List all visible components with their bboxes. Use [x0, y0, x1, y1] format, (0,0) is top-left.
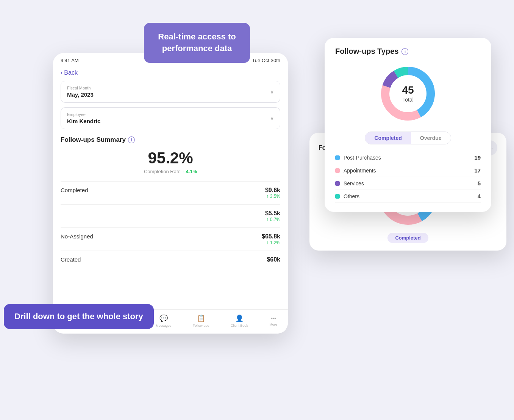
employee-dropdown[interactable]: Employee Kim Kendric ∨	[61, 107, 280, 129]
toggle-overdue[interactable]: Overdue	[411, 132, 451, 144]
tooltip-realtime: Real-time access to performance data	[144, 23, 250, 63]
nav-item-client-book[interactable]: 👤 Client Book	[231, 314, 248, 328]
legend-row-appointments: Appointments 17	[335, 164, 481, 177]
legend-label-services: Services	[344, 180, 364, 186]
tooltip-realtime-text: Real-time access to performance data	[158, 32, 236, 53]
followups-info-icon: i	[402, 48, 408, 55]
chevron-down-icon: ∨	[270, 89, 274, 95]
nav-label-more: More	[269, 323, 277, 326]
back-chevron: ‹	[61, 69, 62, 76]
legend-count-appointments: 17	[474, 167, 481, 174]
legend-count-services: 5	[478, 180, 481, 186]
stat-row-completed: Completed $9.6k ↑ 3.5%	[61, 181, 280, 204]
legend-row-others: Others 4	[335, 190, 481, 203]
fiscal-month-label: Fiscal Month	[67, 86, 94, 90]
donut-total-label: Total	[402, 97, 414, 103]
donut-total-number: 45	[402, 84, 414, 96]
chevron-down-icon-2: ∨	[270, 115, 274, 121]
employee-label: Employee	[67, 112, 100, 117]
nav-item-messages[interactable]: 💬 Messages	[156, 314, 171, 328]
legend-dot-others	[335, 194, 340, 199]
back-nav: ‹ Back	[53, 66, 288, 81]
more-icon: •••	[270, 315, 276, 321]
completed-badge: Completed	[387, 233, 428, 243]
legend-dot-services	[335, 181, 340, 186]
messages-icon: 💬	[159, 314, 168, 323]
donut-chart-container: 45 Total	[335, 63, 481, 124]
completion-rate-label: Completion Rate ↑ 4.1%	[61, 169, 280, 174]
legend-row-post-purchases: Post-Purchases 19	[335, 151, 481, 164]
back-button[interactable]: ‹ Back	[61, 69, 280, 76]
legend-label-post-purchases: Post-Purchases	[344, 155, 381, 161]
followups-legend: Post-Purchases 19 Appointments 17 Servic…	[335, 151, 481, 203]
legend-row-services: Services 5	[335, 177, 481, 190]
nav-item-followups[interactable]: 📋 Follow-ups	[193, 314, 209, 328]
completion-rate-change: ↑ 4.1%	[182, 169, 197, 174]
stat-row-created: Created $60k	[61, 251, 280, 268]
followups-card: Follow-ups Types i 45 Total	[325, 38, 491, 212]
legend-label-appointments: Appointments	[344, 168, 376, 174]
back-label: Back	[64, 69, 78, 76]
client-book-icon: 👤	[235, 314, 244, 323]
nav-label-client-book: Client Book	[231, 324, 248, 328]
app-content: Fiscal Month May, 2023 ∨ Employee Kim Ke…	[53, 81, 288, 312]
followups-card-title: Follow-ups Types i	[335, 47, 481, 56]
stat-label-completed: Completed	[61, 187, 88, 193]
legend-dot-post-purchases	[335, 155, 340, 160]
nav-item-more[interactable]: ••• More	[269, 315, 277, 326]
donut-center: 45 Total	[402, 84, 414, 103]
fiscal-month-value: May, 2023	[67, 91, 94, 98]
nav-label-messages: Messages	[156, 324, 171, 328]
followups-toggle-group: Completed Overdue	[365, 132, 451, 144]
legend-label-others: Others	[344, 193, 359, 199]
nav-label-followups: Follow-ups	[193, 324, 209, 328]
info-icon: i	[128, 136, 135, 143]
toggle-completed[interactable]: Completed	[365, 132, 411, 144]
donut-chart: 45 Total	[378, 63, 438, 124]
stat-value-completed: $9.6k ↑ 3.5%	[265, 187, 280, 199]
employee-value: Kim Kendric	[67, 118, 100, 124]
followups-summary-title: Follow-ups Summary i	[61, 136, 280, 144]
stat-label-created: Created	[61, 256, 81, 263]
stat-row-2: $5.5k ↑ 0.7%	[61, 204, 280, 227]
tooltip-drilldown: Drill down to get the whole story	[4, 304, 154, 329]
legend-count-post-purchases: 19	[474, 154, 481, 161]
followups-icon: 📋	[197, 314, 205, 323]
tooltip-drilldown-text: Drill down to get the whole story	[14, 312, 143, 321]
stat-label-no-assigned: No-Assigned	[61, 233, 93, 240]
legend-count-others: 4	[478, 193, 481, 199]
stat-row-no-assigned: No-Assigned $65.8k ↑ 1.2%	[61, 227, 280, 251]
app-container: 9:41 AM Tue Oct 30th ‹ Back Fiscal Month…	[53, 53, 288, 334]
completion-rate-value: 95.2%	[61, 149, 280, 167]
status-time: 9:41 AM	[61, 58, 79, 63]
legend-dot-appointments	[335, 168, 340, 173]
fiscal-month-dropdown[interactable]: Fiscal Month May, 2023 ∨	[61, 81, 280, 103]
status-date: Tue Oct 30th	[252, 58, 280, 63]
